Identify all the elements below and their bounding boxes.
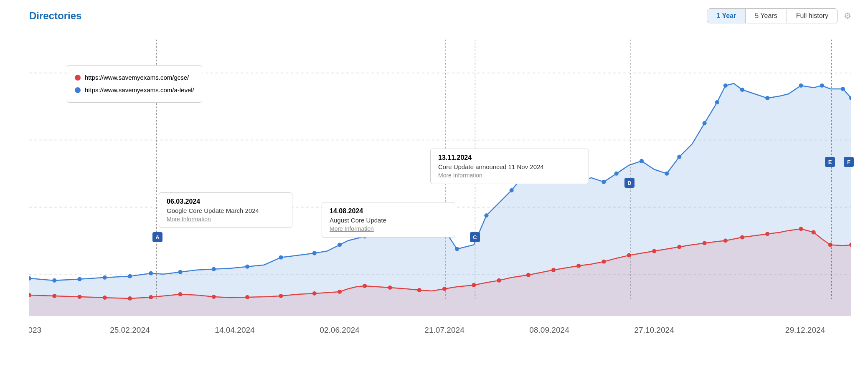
svg-point-48	[703, 121, 707, 125]
svg-point-22	[128, 274, 132, 278]
svg-point-64	[178, 292, 182, 296]
svg-point-20	[77, 277, 81, 281]
svg-point-72	[417, 288, 421, 292]
svg-text:08.09.2024: 08.09.2024	[529, 326, 569, 334]
svg-point-68	[312, 291, 317, 296]
svg-point-85	[740, 235, 744, 239]
chart-container: Directories 1 Year 5 Years Full history …	[0, 0, 868, 374]
tooltip-b-desc: August Core Update	[330, 217, 447, 224]
svg-point-77	[551, 268, 556, 272]
svg-point-26	[245, 265, 249, 269]
gear-icon[interactable]: ⚙	[844, 11, 851, 21]
svg-point-66	[245, 295, 249, 299]
legend-label-gcse: https://www.savemyexams.com/gcse/	[85, 71, 189, 84]
legend-item-alevel: https://www.savemyexams.com/a-level/	[75, 84, 194, 96]
btn-1year[interactable]: 1 Year	[707, 9, 746, 23]
tooltip-a-more-info[interactable]: More Information	[167, 216, 284, 222]
svg-point-70	[363, 284, 367, 288]
event-marker-e[interactable]: E	[825, 157, 835, 167]
svg-text:2.2023: 2.2023	[29, 326, 41, 334]
svg-point-49	[715, 100, 719, 104]
btn-full-history[interactable]: Full history	[787, 9, 838, 23]
svg-point-25	[212, 267, 216, 271]
time-range-controls: 1 Year 5 Years Full history	[707, 8, 838, 23]
svg-text:14.04.2024: 14.04.2024	[215, 326, 255, 334]
event-marker-f[interactable]: F	[844, 157, 854, 167]
tooltip-main-more-info[interactable]: More Information	[438, 172, 581, 179]
svg-point-28	[312, 251, 317, 255]
legend-dot-gcse	[75, 75, 81, 81]
svg-point-50	[723, 83, 728, 88]
svg-point-73	[442, 287, 447, 291]
svg-point-88	[812, 230, 816, 234]
svg-point-83	[703, 241, 707, 245]
svg-point-29	[338, 243, 342, 247]
svg-point-23	[149, 271, 153, 275]
svg-point-84	[723, 238, 728, 243]
svg-point-27	[279, 255, 283, 260]
svg-point-54	[820, 83, 824, 88]
event-marker-d[interactable]: D	[624, 178, 635, 188]
svg-text:27.10.2024: 27.10.2024	[634, 326, 674, 334]
svg-point-69	[338, 290, 342, 294]
btn-5years[interactable]: 5 Years	[746, 9, 787, 23]
svg-text:25.02.2024: 25.02.2024	[110, 326, 150, 334]
svg-point-82	[677, 245, 681, 249]
svg-text:02.06.2024: 02.06.2024	[320, 326, 360, 334]
svg-point-76	[526, 273, 530, 277]
event-marker-c[interactable]: C	[470, 232, 480, 242]
svg-point-36	[484, 213, 488, 217]
svg-point-63	[149, 295, 153, 299]
svg-point-75	[497, 278, 501, 283]
legend-dot-alevel	[75, 87, 81, 93]
svg-point-21	[103, 275, 107, 280]
tooltip-a-desc: Google Core Update March 2024	[167, 207, 284, 214]
tooltip-main: 13.11.2024 Core Update announced 11 Nov …	[430, 149, 589, 184]
header: Directories 1 Year 5 Years Full history …	[29, 8, 851, 23]
tooltip-b-date: 14.08.2024	[330, 207, 447, 215]
svg-point-81	[652, 249, 656, 253]
legend-item-gcse: https://www.savemyexams.com/gcse/	[75, 71, 194, 84]
svg-point-47	[677, 155, 681, 159]
svg-point-52	[765, 96, 769, 100]
svg-point-87	[799, 227, 803, 231]
chart-area: https://www.savemyexams.com/gcse/ https:…	[29, 28, 851, 353]
svg-point-71	[388, 286, 392, 290]
svg-point-35	[455, 247, 459, 251]
svg-point-43	[602, 180, 606, 184]
tooltip-main-desc: Core Update announced 11 Nov 2024	[438, 163, 581, 170]
legend-label-alevel: https://www.savemyexams.com/a-level/	[85, 84, 194, 96]
svg-text:29.12.2024: 29.12.2024	[785, 326, 825, 334]
svg-point-45	[640, 159, 644, 163]
tooltip-a: 06.03.2024 Google Core Update March 2024…	[159, 192, 292, 228]
svg-point-79	[602, 260, 606, 264]
svg-point-59	[52, 294, 56, 298]
svg-point-44	[614, 172, 619, 176]
svg-text:21.07.2024: 21.07.2024	[424, 326, 464, 334]
event-marker-a[interactable]: A	[152, 232, 162, 242]
svg-point-60	[77, 295, 81, 299]
svg-point-46	[665, 172, 669, 176]
svg-point-86	[765, 232, 769, 236]
svg-point-65	[212, 295, 216, 299]
svg-point-78	[576, 264, 581, 268]
svg-point-19	[52, 278, 56, 283]
tooltip-b: 14.08.2024 August Core Update More Infor…	[322, 202, 455, 238]
tooltip-main-date: 13.11.2024	[438, 154, 581, 162]
svg-point-67	[279, 294, 283, 298]
svg-point-62	[128, 296, 132, 301]
page-title: Directories	[29, 10, 81, 22]
svg-point-55	[841, 87, 845, 91]
svg-point-24	[178, 270, 182, 274]
tooltip-a-date: 06.03.2024	[167, 198, 284, 205]
legend: https://www.savemyexams.com/gcse/ https:…	[67, 65, 202, 103]
tooltip-b-more-info[interactable]: More Information	[330, 225, 447, 232]
svg-point-53	[799, 83, 803, 88]
svg-point-61	[103, 296, 107, 300]
svg-point-37	[510, 188, 514, 192]
svg-point-51	[740, 88, 744, 92]
